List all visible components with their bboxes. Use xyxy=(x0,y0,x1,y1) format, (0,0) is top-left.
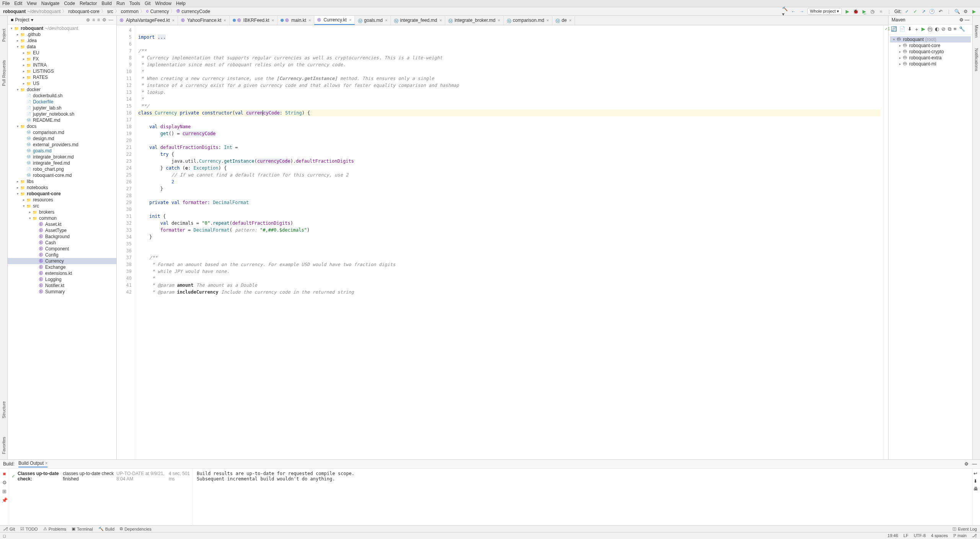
menu-edit[interactable]: Edit xyxy=(14,1,22,6)
tree-item[interactable]: ▾📁docker xyxy=(8,87,116,93)
code-editor[interactable]: import ... /** * Currency implementation… xyxy=(135,25,884,459)
project-tree[interactable]: ▾📁roboquant~/dev/roboquant▸📁.github▸📁.id… xyxy=(8,24,116,459)
menu-help[interactable]: Help xyxy=(176,1,186,6)
maven-deps-icon[interactable]: ⧉ xyxy=(948,26,951,33)
menu-code[interactable]: Code xyxy=(64,1,75,6)
menu-git[interactable]: Git xyxy=(145,1,150,6)
maven-tree-item[interactable]: ▸ⓜroboquant-crypto xyxy=(890,49,971,55)
status-indent[interactable]: 4 spaces xyxy=(931,533,948,538)
maven-reload-icon[interactable]: 🔄 xyxy=(891,26,897,33)
maven-tree-item[interactable]: ▸ⓜroboquant-extra xyxy=(890,55,971,61)
coverage-icon[interactable]: ▶̲ xyxy=(861,8,867,15)
tree-item[interactable]: ⓀConfig xyxy=(8,252,116,258)
status-lock-icon[interactable]: ⎇ xyxy=(972,533,977,538)
status-line-sep[interactable]: LF xyxy=(903,533,908,538)
tree-item[interactable]: Ⓜdesign.md xyxy=(8,136,116,142)
tree-item[interactable]: ▾📁roboquant~/dev/roboquant xyxy=(8,25,116,31)
hide-panel-icon[interactable]: — xyxy=(109,17,113,23)
git-push-icon[interactable]: ↗ xyxy=(921,8,927,15)
breadcrumb-pkg[interactable]: common xyxy=(121,9,139,14)
stop-icon[interactable]: ■ xyxy=(878,8,884,15)
tree-item[interactable]: ⓀSummary xyxy=(8,289,116,295)
menu-tools[interactable]: Tools xyxy=(129,1,140,6)
settings-gear-icon[interactable]: ⚙ xyxy=(102,17,106,23)
maven-offline-icon[interactable]: ⊘ xyxy=(941,26,946,33)
build-hide-icon[interactable]: — xyxy=(972,461,977,467)
nav-fwd-icon[interactable]: → xyxy=(799,8,805,15)
editor-tab[interactable]: Ⓜde× xyxy=(552,16,575,25)
breadcrumb-class[interactable]: Currency xyxy=(150,9,169,14)
tree-item[interactable]: Ⓜcomparison.md xyxy=(8,129,116,136)
maven-tree-item[interactable]: ▸ⓜroboquant-core xyxy=(890,42,971,49)
tree-item[interactable]: 📄jupyter_notebook.sh xyxy=(8,111,116,117)
maven-tree-item[interactable]: ▾ⓜroboquant(root) xyxy=(890,36,971,42)
close-tab-icon[interactable]: × xyxy=(349,18,351,22)
status-encoding[interactable]: UTF-8 xyxy=(914,533,926,538)
tree-item[interactable]: ▸📁resources xyxy=(8,197,116,203)
tree-item[interactable]: ⓀExchange xyxy=(8,264,116,270)
tree-item[interactable]: ▸📁INTRA xyxy=(8,62,116,68)
editor-tab[interactable]: Ⓜintegrate_feed.md× xyxy=(391,16,445,25)
tree-item[interactable]: ▸📁.idea xyxy=(8,38,116,44)
tree-item[interactable]: ⓀAsset.kt xyxy=(8,221,116,227)
tree-item[interactable]: Ⓜexternal_providers.md xyxy=(8,142,116,148)
tree-item[interactable]: Ⓜintegrate_broker.md xyxy=(8,154,116,160)
left-tab-favorites[interactable]: Favorites xyxy=(1,435,7,456)
expand-all-icon[interactable]: ≡ xyxy=(92,17,95,23)
build-tab-label[interactable]: Build: xyxy=(3,461,15,467)
tree-item[interactable]: 📄dockerbuild.sh xyxy=(8,93,116,99)
git-commit-icon[interactable]: ✓ xyxy=(912,8,918,15)
editor-tab[interactable]: Ⓜcomparison.md× xyxy=(504,16,552,25)
menu-file[interactable]: File xyxy=(2,1,10,6)
build-pin-icon[interactable]: 📌 xyxy=(2,497,7,503)
maven-run-icon[interactable]: ▶ xyxy=(921,26,925,33)
tree-item[interactable]: ▸📁LISTINGS xyxy=(8,68,116,74)
tree-item[interactable]: Ⓚextensions.kt xyxy=(8,270,116,276)
breadcrumb-member[interactable]: currencyCode xyxy=(181,9,210,14)
git-update-icon[interactable]: ✓ xyxy=(904,8,910,15)
menu-window[interactable]: Window xyxy=(155,1,172,6)
tool-build[interactable]: 🔨 Build xyxy=(98,526,114,531)
select-opened-file-icon[interactable]: ⊕ xyxy=(86,17,90,23)
collapse-all-icon[interactable]: ≡ xyxy=(97,17,100,23)
tool-dependencies[interactable]: ⧉ Dependencies xyxy=(120,526,151,531)
build-rerun-icon[interactable]: ■ xyxy=(2,471,7,477)
maven-toggle-icon[interactable]: ◐ xyxy=(935,26,939,33)
tree-item[interactable]: ⓀBackground xyxy=(8,234,116,240)
nav-back-icon[interactable]: ← xyxy=(791,8,797,15)
tree-item[interactable]: ⓀLogging xyxy=(8,276,116,283)
build-task-row[interactable]: ✓ Classes up-to-date check: classes up-t… xyxy=(11,471,190,482)
tree-item[interactable]: ⓀComponent xyxy=(8,246,116,252)
editor-tab[interactable]: ⓀCurrency.kt× xyxy=(314,16,355,25)
tree-item[interactable]: ▾📁docs xyxy=(8,123,116,129)
right-tab-maven[interactable]: Maven xyxy=(973,23,980,39)
close-tab-icon[interactable]: × xyxy=(172,18,175,23)
maven-hide-icon[interactable]: — xyxy=(965,17,969,23)
git-rollback-icon[interactable]: ↶ xyxy=(938,8,944,15)
close-tab-icon[interactable]: × xyxy=(224,18,226,23)
tool-git[interactable]: ⎇ Git xyxy=(3,526,15,531)
tree-item[interactable]: ⓀCurrency xyxy=(8,258,116,264)
settings-icon[interactable]: ⚙ xyxy=(962,8,969,15)
right-tab-notifications[interactable]: Notifications xyxy=(973,47,980,73)
tree-item[interactable]: ⓀNotifier.kt xyxy=(8,283,116,289)
tree-item[interactable]: ▸📁EU xyxy=(8,50,116,56)
tree-item[interactable]: ▸📁libs xyxy=(8,178,116,185)
status-caret[interactable]: 19:46 xyxy=(888,533,898,538)
tree-item[interactable]: 📄robo_chart.png xyxy=(8,166,116,172)
close-tab-icon[interactable]: × xyxy=(547,18,549,23)
breadcrumb-module[interactable]: roboquant-core xyxy=(68,9,99,14)
editor-tab[interactable]: ⓀAlphaVantageFeed.kt× xyxy=(117,16,178,25)
left-tab-project[interactable]: Project xyxy=(1,27,7,43)
error-stripe[interactable]: ✓1 xyxy=(884,25,888,459)
tree-item[interactable]: 📄Dockerfile xyxy=(8,99,116,105)
build-filter-icon[interactable]: ⚙ xyxy=(2,480,7,485)
maven-execute-icon[interactable]: ⓜ xyxy=(928,26,933,33)
close-tab-icon[interactable]: × xyxy=(272,18,274,23)
editor-tab[interactable]: ⓀIBKRFeed.kt× xyxy=(230,16,278,25)
tree-item[interactable]: ▾📁src xyxy=(8,203,116,209)
menu-view[interactable]: View xyxy=(27,1,37,6)
build-output-tab[interactable]: Build Output × xyxy=(18,461,47,467)
left-tab-structure[interactable]: Structure xyxy=(1,400,7,420)
maven-tree-item[interactable]: ▸ⓜroboquant-ml xyxy=(890,61,971,67)
